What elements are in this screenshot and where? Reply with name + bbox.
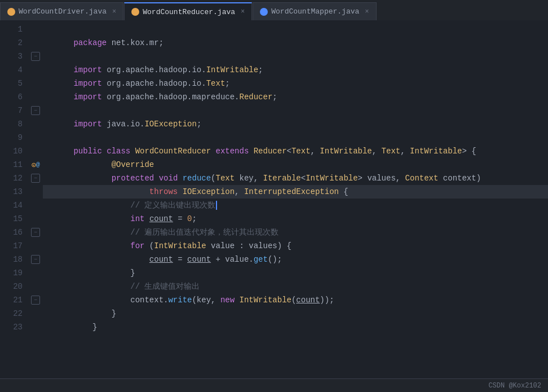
ln-23: 23 — [0, 320, 23, 334]
ln-15: 15 — [0, 212, 23, 226]
code-content[interactable]: package net.kox.mr; import org.apache.ha… — [43, 20, 548, 378]
cursor — [216, 201, 217, 210]
code-line-23 — [43, 320, 548, 334]
editor-area: 1 2 3 4 5 6 7 8 9 10 11 12 13 14 15 16 1… — [0, 20, 548, 378]
ln-18: 18 — [0, 253, 23, 266]
gutter-17 — [28, 239, 43, 253]
ln-13: 13 — [0, 185, 23, 199]
gutter-19 — [28, 266, 43, 280]
ln-17: 17 — [0, 239, 23, 253]
ln-7: 7 — [0, 104, 23, 117]
ln-12: 12 — [0, 171, 23, 185]
ln-2: 2 — [0, 36, 23, 50]
kw-package: package — [73, 38, 107, 47]
gutter-fold-18[interactable]: − — [28, 253, 43, 266]
tab-bar: WordCountDriver.java × WordCountReducer.… — [0, 0, 548, 20]
gutter-8 — [28, 117, 43, 131]
status-bar: CSDN @Kox2102 — [0, 378, 548, 392]
ln-3: 3 — [0, 50, 23, 63]
gutter-fold-3[interactable]: − — [28, 50, 43, 63]
ln-19: 19 — [0, 266, 23, 280]
gutter-6 — [28, 90, 43, 104]
gutter-23 — [28, 320, 43, 334]
ln-4: 4 — [0, 63, 23, 77]
status-credit: CSDN @Kox2102 — [488, 382, 541, 390]
gutter-1 — [28, 23, 43, 36]
code-line-22: } — [43, 307, 548, 320]
code-line-1: package net.kox.mr; — [43, 23, 548, 36]
ln-21: 21 — [0, 293, 23, 307]
gutter-9 — [28, 131, 43, 144]
gutter-fold-7[interactable]: − — [28, 104, 43, 117]
tab-reducer[interactable]: WordCountReducer.java × — [124, 2, 252, 20]
gutter-5 — [28, 77, 43, 90]
gutter-22 — [28, 307, 43, 320]
line-numbers: 1 2 3 4 5 6 7 8 9 10 11 12 13 14 15 16 1… — [0, 20, 28, 378]
gutter: − − ⊙@ − − − − — [28, 20, 43, 378]
tab-label-mapper: WordCountMapper.java — [271, 7, 359, 16]
code-line-7: import java.io.IOException; — [43, 104, 548, 117]
gutter-fold-16[interactable]: − — [28, 226, 43, 239]
gutter-15 — [28, 212, 43, 226]
gutter-2 — [28, 36, 43, 50]
gutter-20 — [28, 280, 43, 293]
ln-20: 20 — [0, 280, 23, 293]
ln-1: 1 — [0, 23, 23, 36]
gutter-14 — [28, 199, 43, 212]
ln-10: 10 — [0, 144, 23, 158]
ln-6: 6 — [0, 90, 23, 104]
code-line-9: public class WordCountReducer extends Re… — [43, 131, 548, 144]
ln-14: 14 — [0, 199, 23, 212]
code-line-3: import org.apache.hadoop.io.IntWritable; — [43, 50, 548, 63]
tab-driver[interactable]: WordCountDriver.java × — [0, 2, 123, 20]
gutter-13 — [28, 185, 43, 199]
tab-mapper[interactable]: WordCountMapper.java × — [253, 2, 376, 20]
gutter-4 — [28, 63, 43, 77]
ln-22: 22 — [0, 307, 23, 320]
ln-9: 9 — [0, 131, 23, 144]
ln-11: 11 — [0, 158, 23, 171]
tab-close-reducer[interactable]: × — [241, 8, 245, 16]
ln-8: 8 — [0, 117, 23, 131]
tab-close-mapper[interactable]: × — [365, 8, 369, 16]
tab-close-driver[interactable]: × — [112, 8, 116, 16]
gutter-fold-12[interactable]: − — [28, 171, 43, 185]
ln-16: 16 — [0, 226, 23, 239]
tab-label-reducer: WordCountReducer.java — [143, 8, 235, 16]
ln-5: 5 — [0, 77, 23, 90]
tab-icon-mapper — [260, 8, 268, 16]
gutter-10 — [28, 144, 43, 158]
tab-icon-driver — [7, 8, 15, 16]
tab-label-driver: WordCountDriver.java — [19, 7, 107, 16]
tab-icon-reducer — [131, 8, 139, 16]
gutter-fold-21[interactable]: − — [28, 293, 43, 307]
gutter-bookmark-11: ⊙@ — [28, 158, 43, 171]
